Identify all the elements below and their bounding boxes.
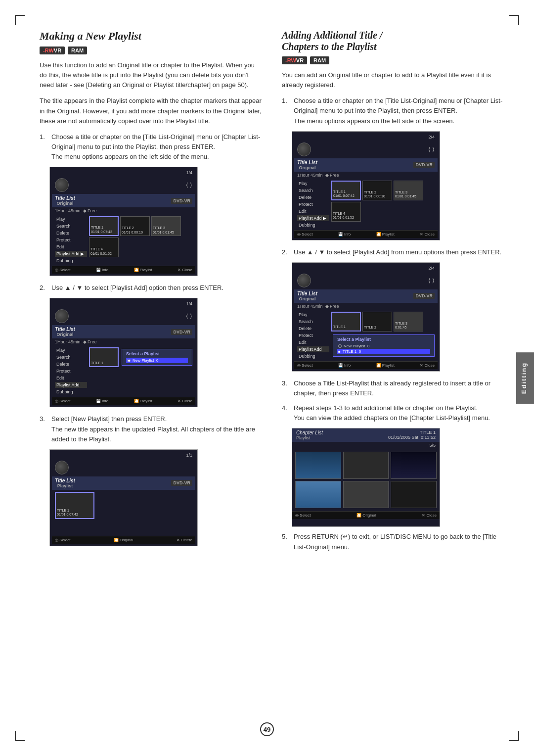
- rscr3-thumb3: [391, 452, 437, 479]
- scr3-badge: DVD-VR: [171, 480, 192, 486]
- scr1-menu-edit: Edit: [55, 244, 87, 250]
- rscr1-content: Play Search Delete Protect Edit Playlist…: [294, 179, 438, 230]
- scr2-popup-item1-text: New Playlist 0: [133, 358, 158, 363]
- rscr1-row1: TITLE 101/01 0:07:42 TITLE 201/01 0:00:1…: [331, 181, 435, 200]
- rscr3-thumb6: [391, 481, 437, 508]
- left-screenshot-2: 1/4 ⟨ ⟩ Title List Original DVD-VR 1Hour…: [49, 298, 198, 407]
- rscr2-bottom-close: ✕ Close: [420, 363, 435, 368]
- rscr1-bottom-playlist: 🎦 Playlist: [376, 232, 395, 236]
- rscr2-menu-search: Search: [297, 319, 329, 325]
- right-screenshot-3: Chapter List Playlist TITLE 1 01/01/2005…: [292, 428, 440, 527]
- right-step-5-num: 5.: [282, 532, 291, 552]
- scr3-title: Title List: [55, 478, 75, 483]
- rscr1-circle: [297, 142, 311, 156]
- right-section-title: Adding Additional Title /Chapters to the…: [282, 30, 504, 52]
- rscr3-sub: Playlist: [296, 435, 323, 440]
- rscr1-top-area: ⟨ ⟩: [294, 141, 438, 158]
- right-badge-row: -RWVR RAM: [282, 56, 504, 64]
- rscr2-popup-item2: ■ TITLE 1 0: [337, 349, 430, 354]
- left-badge-row: -RWVR RAM: [40, 47, 262, 54]
- scr1-thumb2-label: TITLE 201/01 0:00:10: [122, 226, 148, 235]
- scr1-bottom-playlist: 🎦 Playlist: [134, 268, 153, 272]
- rscr2-popup-item1-text: New Playlist 0: [344, 344, 369, 348]
- scr3-circle: [55, 461, 69, 474]
- rscr1-page-num: 2/4: [294, 134, 438, 141]
- right-ram-badge: RAM: [310, 56, 329, 64]
- left-step-3-num: 3.: [40, 414, 48, 444]
- rscr2-title: Title List: [297, 291, 317, 296]
- scr1-thumb4: TITLE 401/01 0:01:52: [89, 237, 119, 257]
- right-step-4-text: Repeat steps 1-3 to add additional title…: [294, 403, 504, 423]
- rscr3-pagenum-row: 5/5: [292, 442, 440, 449]
- rscr1-menu-edit: Edit: [297, 208, 329, 214]
- scr2-menu-edit: Edit: [55, 375, 87, 381]
- scr3-bottom: ◎ Select 🎦 Original ✕ Delete: [52, 536, 195, 544]
- scr1-thumb3: TITLE 301/01 0:01:45: [151, 216, 181, 236]
- left-step-1-text: Choose a title or chapter on the [Title …: [51, 132, 262, 162]
- scr2-header: Title List Original DVD-VR: [52, 325, 195, 338]
- scr2-badge: DVD-VR: [171, 329, 192, 335]
- left-intro-p1: Use this function to add an Original tit…: [40, 60, 262, 90]
- scr1-menu-playlist: Playlist Add ▶: [55, 251, 87, 257]
- scr1-row2: TITLE 401/01 0:01:52: [89, 237, 192, 257]
- scr2-menu-playlist: Playlist Add: [55, 382, 87, 388]
- right-step-3: 3. Choose a Title List-Playlist that is …: [282, 378, 504, 398]
- rscr2-menu-delete: Delete: [297, 326, 329, 331]
- rscr2-top-area: ⟨ ⟩: [294, 272, 438, 289]
- scr1-arrow: ⟨ ⟩: [186, 182, 192, 189]
- right-column: Adding Additional Title /Chapters to the…: [282, 30, 504, 557]
- scr3-content: TITLE 101/01 0:07:42: [52, 490, 195, 521]
- scr1-content: Play Search Delete Protect Edit Playlist…: [52, 214, 195, 266]
- left-step-1-num: 1.: [40, 132, 48, 162]
- rscr2-badge: DVD-VR: [413, 293, 435, 299]
- scr2-popup-area: Select a Playlist New Playlist 0: [120, 347, 192, 367]
- rscr2-menu-play: Play: [297, 312, 329, 318]
- rscr2-content: Play Search Delete Protect Edit Playlist…: [294, 310, 438, 361]
- scr2-bottom-info: 💾 Info: [96, 399, 109, 403]
- left-section-title: Making a New Playlist: [40, 30, 262, 43]
- left-step-1: 1. Choose a title or chapter on the [Tit…: [40, 132, 262, 162]
- rscr2-popup: Select a Playlist New Playlist 0 ■ TITLE…: [333, 334, 435, 357]
- rscr3-header: Chapter List Playlist TITLE 1 01/01/2005…: [292, 428, 440, 442]
- scr1-menu: Play Search Delete Protect Edit Playlist…: [55, 216, 87, 264]
- rscr1-bottom-info: 💾 Info: [338, 232, 351, 236]
- scr2-popup: Select a Playlist New Playlist 0: [122, 349, 192, 366]
- rscr2-menu: Play Search Delete Protect Edit Playlist…: [297, 312, 329, 359]
- rscr2-bottom-select: ◎ Select: [297, 363, 312, 368]
- scr1-top-area: ⟨ ⟩: [52, 176, 195, 194]
- scr3-header: Title List Playlist DVD-VR: [52, 476, 195, 490]
- right-step-2-num: 2.: [282, 247, 291, 257]
- rscr3-header-left: Chapter List Playlist: [296, 430, 323, 440]
- scr1-menu-search: Search: [55, 223, 87, 229]
- scr1-row1: TITLE 101/01 0:07:42 TITLE 201/01 0:00:1…: [89, 216, 192, 236]
- left-step-3: 3. Select [New Playlist] then press ENTE…: [40, 414, 262, 444]
- scr1-page-num: 1/4: [52, 169, 195, 176]
- rscr2-info: 1Hour 45min ◆ Free: [294, 303, 438, 310]
- rscr2-thumb3: TITLE 30:01:45: [394, 312, 423, 331]
- scr2-row1: TITLE 1 Select a Playlist New Playlist 0: [89, 347, 192, 367]
- right-step-5-text: Press RETURN (↵) to exit, or LIST/DISC M…: [294, 532, 504, 552]
- right-step-1-text: Choose a title or chapter on the [Title …: [294, 96, 504, 126]
- rscr3-thumb2: [343, 452, 389, 479]
- left-step-3-text: Select [New Playlist] then press ENTER.T…: [51, 414, 262, 444]
- rscr2-popup-item2-icon: ■: [338, 349, 341, 354]
- rscr3-title: Chapter List: [296, 430, 323, 435]
- scr3-thumb1: TITLE 101/01 0:07:42: [55, 492, 94, 519]
- rscr3-bottom: ◎ Select 🎦 Original ✕ Close: [292, 511, 440, 519]
- rscr1-title: Title List: [297, 160, 317, 165]
- rscr2-menu-playlist: Playlist Add: [297, 346, 329, 352]
- scr2-grid: TITLE 1 Select a Playlist New Playlist 0: [89, 347, 192, 395]
- scr3-bottom-original: 🎦 Original: [114, 538, 134, 542]
- scr2-menu: Play Search Delete Protect Edit Playlist…: [55, 347, 87, 395]
- right-screenshot-2: 2/4 ⟨ ⟩ Title List Original DVD-VR 1Hour…: [292, 262, 440, 372]
- rscr1-thumb3: TITLE 301/01 0:01:45: [394, 181, 423, 200]
- rscr3-header-right: TITLE 1 01/01/2005 Sat 0:13:52: [388, 430, 436, 440]
- rscr2-bottom: ◎ Select 💾 Info 🎦 Playlist ✕ Close: [294, 361, 438, 369]
- rscr1-thumb2: TITLE 201/01 0:00:10: [362, 181, 392, 200]
- rscr1-badge: DVD-VR: [413, 162, 435, 168]
- rscr2-radio1: [338, 344, 342, 348]
- rscr3-grid: [292, 449, 440, 511]
- right-screenshot-1: 2/4 ⟨ ⟩ Title List Original DVD-VR 1Hour…: [292, 131, 440, 240]
- scr2-menu-search: Search: [55, 354, 87, 360]
- scr2-menu-play: Play: [55, 347, 87, 353]
